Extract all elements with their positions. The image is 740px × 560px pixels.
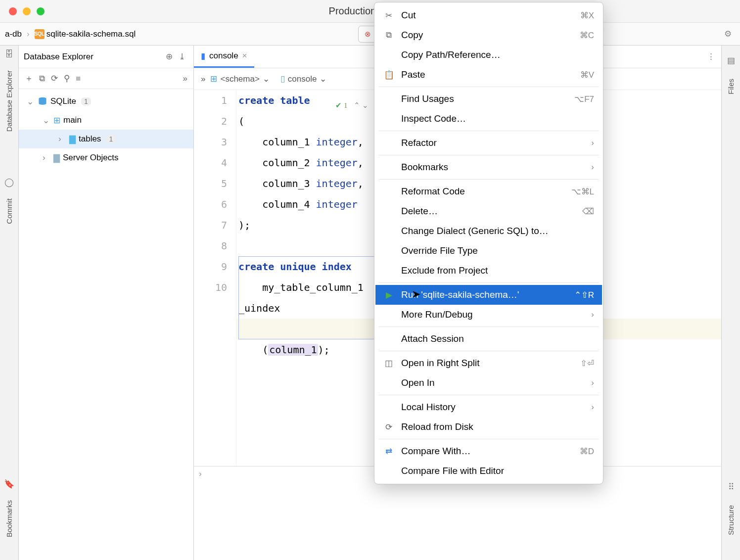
- line-gutter: 123 456 789 10: [194, 90, 236, 466]
- chevron-down-icon: ⌄: [362, 95, 369, 116]
- structure-icon[interactable]: ⠿: [728, 482, 734, 492]
- menu-run[interactable]: ▶Run 'sqlite-sakila-schema…'⌃⇧R: [375, 285, 602, 305]
- database-icon[interactable]: 🗄: [5, 49, 13, 59]
- tree-tables[interactable]: › ▇ tables 1: [19, 130, 193, 148]
- menu-copy-path[interactable]: Copy Path/Reference…: [375, 45, 602, 65]
- chevron-right-icon: ›: [591, 402, 594, 412]
- minimize-window-button[interactable]: [23, 7, 31, 15]
- right-rail-tab[interactable]: Files: [727, 79, 735, 94]
- backspace-icon: ⌫: [582, 206, 594, 217]
- menu-local-history[interactable]: Local History›: [375, 397, 602, 417]
- close-window-button[interactable]: [9, 7, 17, 15]
- collapse-icon[interactable]: ⤓: [176, 50, 188, 63]
- chevron-down-icon: ⌄: [27, 96, 35, 107]
- sql-file-badge-icon: ⊗: [365, 30, 371, 39]
- tree-datasource[interactable]: ⌄ SQLite 1: [19, 92, 193, 111]
- menu-inspect-code[interactable]: Inspect Code…: [375, 109, 602, 129]
- new-icon[interactable]: ＋: [25, 73, 33, 84]
- menu-cut[interactable]: ✂Cut⌘X: [375, 5, 602, 25]
- menu-copy[interactable]: ⧉Copy⌘C: [375, 25, 602, 45]
- chevron-down-icon: ⌄: [263, 74, 270, 84]
- run-icon: ▶: [383, 290, 394, 300]
- add-icon[interactable]: ⊕: [163, 50, 176, 63]
- copy-icon[interactable]: ⧉: [39, 74, 45, 84]
- database-icon: [38, 96, 47, 106]
- left-rail-tab[interactable]: Database Explorer: [5, 70, 13, 132]
- cut-icon: ✂: [383, 10, 394, 21]
- database-explorer-panel: Database Explorer ⊕ ⤓ ＋ ⧉ ⟳ ⚲ ■ » ⌄ SQLi…: [19, 46, 194, 560]
- menu-change-dialect[interactable]: Change Dialect (Generic SQL) to…: [375, 221, 602, 241]
- chevron-right-icon: ›: [591, 310, 594, 320]
- refresh-icon[interactable]: ⟳: [51, 73, 58, 84]
- schema-icon: ⊞: [210, 74, 217, 84]
- menu-refactor[interactable]: Refactor›: [375, 133, 602, 153]
- more-icon[interactable]: »: [183, 74, 187, 84]
- menu-override-filetype[interactable]: Override File Type: [375, 241, 602, 261]
- right-tool-rail: ▤ Files ⠿ Structure: [721, 46, 740, 560]
- menu-attach-session[interactable]: Attach Session: [375, 329, 602, 349]
- settings-icon[interactable]: ⚙: [721, 29, 735, 39]
- menu-find-usages[interactable]: Find Usages⌥F7: [375, 89, 602, 109]
- inspection-badge[interactable]: ✔1 ⌃ ⌄: [335, 95, 369, 116]
- count-badge: 1: [106, 135, 116, 143]
- menu-delete[interactable]: Delete…⌫: [375, 201, 602, 221]
- stop-icon[interactable]: ■: [76, 74, 81, 84]
- chevron-right-icon: ›: [591, 138, 594, 148]
- breadcrumb-item[interactable]: a-db: [5, 29, 22, 39]
- navigation-bar: a-db › SQL sqlite-sakila-schema.sql ⊗ sq…: [0, 23, 740, 46]
- schema-selector[interactable]: ⊞ <schema> ⌄: [210, 74, 269, 84]
- console-icon: ▮: [201, 51, 205, 61]
- right-rail-tab[interactable]: Structure: [727, 505, 735, 535]
- bookmark-icon[interactable]: 🔖: [4, 479, 14, 489]
- left-tool-rail: 🗄 Database Explorer ◯ Commit 🔖 Bookmarks: [0, 46, 19, 560]
- copy-icon: ⧉: [383, 30, 394, 40]
- chevron-right-icon: ›: [27, 29, 30, 39]
- menu-compare-editor[interactable]: Compare File with Editor: [375, 461, 602, 481]
- menu-open-in[interactable]: Open In›: [375, 373, 602, 393]
- left-rail-tab[interactable]: Commit: [5, 198, 13, 224]
- files-icon[interactable]: ▤: [727, 55, 735, 66]
- chevron-right-icon: ›: [591, 162, 594, 172]
- tree-server-objects[interactable]: › ▇ Server Objects: [19, 148, 193, 167]
- menu-compare-with[interactable]: ⇄Compare With…⌘D: [375, 441, 602, 461]
- maximize-window-button[interactable]: [37, 7, 45, 15]
- chevron-right-icon[interactable]: ›: [199, 469, 202, 479]
- split-icon: ◫: [383, 358, 394, 369]
- sql-file-icon: SQL: [35, 29, 45, 39]
- folder-icon: ▇: [53, 153, 60, 163]
- chevron-down-icon: ⌄: [43, 115, 50, 126]
- menu-open-right-split[interactable]: ◫Open in Right Split⇧⏎: [375, 353, 602, 373]
- window-controls: [0, 7, 45, 15]
- db-toolbar: ＋ ⧉ ⟳ ⚲ ■ »: [19, 68, 193, 89]
- breadcrumb-item[interactable]: SQL sqlite-sakila-schema.sql: [35, 29, 136, 39]
- menu-exclude[interactable]: Exclude from Project: [375, 261, 602, 280]
- breadcrumb: a-db › SQL sqlite-sakila-schema.sql: [5, 29, 136, 39]
- title-bar: Production – console: [0, 0, 740, 23]
- commit-icon[interactable]: ◯: [4, 177, 14, 187]
- tree-schema[interactable]: ⌄ ⊞ main: [19, 111, 193, 130]
- tab-console[interactable]: ▮ console ×: [194, 46, 254, 68]
- folder-icon: ▇: [69, 134, 76, 144]
- menu-paste[interactable]: 📋Paste⌘V: [375, 65, 602, 85]
- chevron-right-icon: ›: [58, 134, 66, 144]
- menu-more-run-debug[interactable]: More Run/Debug›: [375, 305, 602, 325]
- schema-icon: ⊞: [53, 115, 60, 126]
- chevron-right-icon: ›: [591, 378, 594, 388]
- panel-title: Database Explorer: [24, 52, 163, 62]
- context-menu: ✂Cut⌘X ⧉Copy⌘C Copy Path/Reference… 📋Pas…: [374, 2, 603, 484]
- count-badge: 1: [81, 97, 91, 105]
- paste-icon: 📋: [383, 70, 394, 80]
- filter-icon[interactable]: ⚲: [64, 73, 70, 84]
- session-selector[interactable]: ▯ console ⌄: [280, 74, 327, 84]
- more-tabs-icon[interactable]: ⋮: [707, 51, 721, 62]
- menu-reformat[interactable]: Reformat Code⌥⌘L: [375, 182, 602, 201]
- left-rail-tab[interactable]: Bookmarks: [5, 500, 13, 537]
- console-icon: ▯: [280, 74, 285, 84]
- close-tab-icon[interactable]: ×: [242, 51, 247, 61]
- breadcrumb-more-icon[interactable]: »: [201, 74, 205, 84]
- database-tree: ⌄ SQLite 1 ⌄ ⊞ main › ▇ tables 1 › ▇ Ser…: [19, 89, 193, 170]
- menu-reload[interactable]: ⟳Reload from Disk: [375, 417, 602, 437]
- compare-icon: ⇄: [383, 446, 394, 457]
- menu-bookmarks[interactable]: Bookmarks›: [375, 157, 602, 177]
- reload-icon: ⟳: [383, 422, 394, 432]
